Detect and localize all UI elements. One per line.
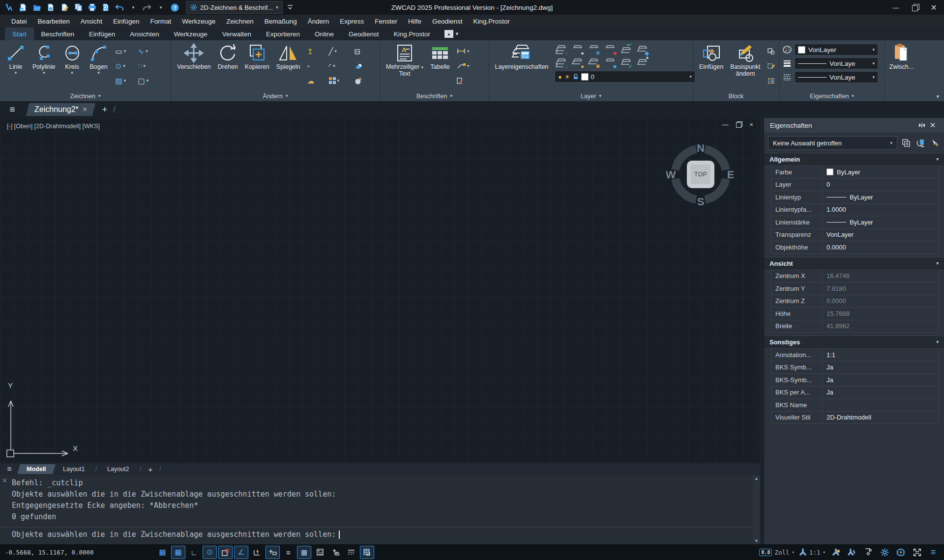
prop-row-linientypfaktor[interactable]: Linientypfa... 1.0000 xyxy=(771,204,939,217)
panel-label-layer[interactable]: Layer▾ xyxy=(489,91,693,101)
redo-dropdown[interactable]: ▾ xyxy=(154,1,167,14)
spline-tool[interactable]: ∿▾ xyxy=(137,45,159,57)
ribbon-tab-ansichten[interactable]: Ansichten xyxy=(122,28,166,40)
define-attribute-tool[interactable] xyxy=(766,45,781,57)
ribbon-tab-exportieren[interactable]: Exportieren xyxy=(259,28,307,40)
align-tool[interactable]: ⊟ xyxy=(353,45,373,57)
new-file-button[interactable] xyxy=(17,1,30,14)
grid-toggle[interactable]: ▦ xyxy=(171,546,185,559)
cycle-select-toggle[interactable] xyxy=(328,546,343,559)
panel-label-block[interactable]: Block xyxy=(693,91,779,101)
layer-move-icon[interactable]: ◆ xyxy=(636,44,649,55)
transparency-toggle[interactable]: ▩ xyxy=(297,546,311,559)
close-button[interactable]: ✕ xyxy=(931,3,937,12)
hatch-tool[interactable]: ▨▾ xyxy=(114,75,137,86)
lineweight-dropdown[interactable]: VonLaye ▾ xyxy=(795,57,878,69)
menu-bearbeiten[interactable]: Bearbeiten xyxy=(32,16,75,27)
move-button[interactable]: Verschieben xyxy=(174,43,214,71)
menu-express[interactable]: Express xyxy=(334,16,369,27)
unit-selector[interactable]: 0.0 Zoll ▾ xyxy=(759,549,795,556)
layer-properties-button[interactable]: Layereigenschaften xyxy=(492,43,552,71)
dimension-tool[interactable]: ▾ xyxy=(455,45,481,57)
ribbon-tab-einfuegen[interactable]: Einfügen xyxy=(82,28,122,40)
ribbon-tab-king-prostor[interactable]: King.Prostor xyxy=(386,28,438,40)
quick-access-more-button[interactable] xyxy=(284,1,296,14)
command-close-icon[interactable]: ✕ xyxy=(2,477,7,484)
ribbon-tab-verwalten[interactable]: Verwalten xyxy=(215,28,259,40)
save-as-button[interactable] xyxy=(58,1,71,14)
lineweight-toggle[interactable]: ≡ xyxy=(281,546,295,559)
prop-row-linientyp[interactable]: Linientyp ByLayer xyxy=(771,191,939,204)
ribbon-tab-geodienst[interactable]: Geodienst xyxy=(341,28,386,40)
fillet-tool[interactable]: ◜▾ xyxy=(327,60,353,72)
layer-unlock-icon[interactable]: ■ xyxy=(603,57,616,68)
annotation-scale-selector[interactable]: 1:1 ▾ xyxy=(799,548,826,556)
dynamic-input-toggle[interactable] xyxy=(266,546,280,559)
panel-close-icon[interactable]: ✕ xyxy=(927,120,938,131)
linetype-dropdown[interactable]: VonLaye ▾ xyxy=(795,71,878,83)
circle-button[interactable]: Kreis▾ xyxy=(59,43,86,76)
otrack-toggle[interactable]: ∠ xyxy=(234,546,248,559)
prop-row-linienstaerke[interactable]: Linienstärke ByLayer xyxy=(771,216,939,229)
copy-object-button[interactable]: Kopieren xyxy=(241,43,273,71)
ducs-toggle[interactable] xyxy=(250,546,264,559)
arc-button[interactable]: Bogen▾ xyxy=(86,43,112,76)
layer-merge-icon[interactable]: ● xyxy=(636,57,649,68)
ribbon-tab-online[interactable]: Online xyxy=(307,28,341,40)
layer-freeze-icon[interactable]: ☀ xyxy=(587,44,600,55)
annotation-monitor-toggle[interactable] xyxy=(360,546,374,559)
viewport-minimize-button[interactable]: — xyxy=(722,121,728,128)
layer-thaw-icon[interactable]: ☀ xyxy=(587,57,600,68)
menu-aendern[interactable]: Ändern xyxy=(302,16,335,27)
menu-format[interactable]: Format xyxy=(145,16,177,27)
annotation-extra-tool[interactable] xyxy=(455,75,481,86)
mtext-button[interactable]: A Mehrzeiliger ▾Text xyxy=(383,43,427,78)
ribbon-collapse-button[interactable]: ▼ xyxy=(455,31,459,36)
prop-row-objekthoehe[interactable]: Objekthöhe 0.0000 xyxy=(771,241,939,254)
layout-menu-icon[interactable]: ≡ xyxy=(0,465,19,474)
drawing-canvas[interactable]: [-] [Oben] [2D-Drahtmodell] [WKS] — × N … xyxy=(0,118,760,463)
ribbon-pin-button[interactable]: ▲ xyxy=(444,30,453,38)
new-layout-button[interactable]: + xyxy=(144,465,158,474)
prop-row-bks-symb1[interactable]: BKS Symb... Ja xyxy=(771,362,939,374)
undo-dropdown[interactable]: ▾ xyxy=(127,1,140,14)
quick-copy-properties-icon[interactable] xyxy=(901,138,912,148)
panel-switch-caret[interactable]: ▾ xyxy=(936,94,939,99)
menu-king-prostor[interactable]: King.Prostor xyxy=(468,16,515,27)
command-line-panel[interactable]: ✕ Befehl: _cutclipObjekte auswählen die … xyxy=(0,475,760,544)
layer-off-icon[interactable]: ● xyxy=(571,44,584,55)
prop-row-bks-symb2[interactable]: BKS-Symb... Ja xyxy=(771,374,939,387)
trim-tool[interactable]: ╱▾ xyxy=(327,45,353,57)
panel-label-beschriften[interactable]: Beschriften▾ xyxy=(380,91,489,101)
scroll-down-icon[interactable]: ▼ xyxy=(754,538,759,543)
workspace-selector[interactable]: 2D-Zeichnen & Beschrif... ▾ xyxy=(186,1,283,14)
layer-match-icon[interactable]: ✓ xyxy=(620,57,632,68)
copy-button[interactable] xyxy=(72,1,85,14)
menu-einfuegen[interactable]: Einfügen xyxy=(108,16,145,27)
section-ansicht[interactable]: Ansicht▾ xyxy=(764,257,944,270)
prop-row-visueller-stil[interactable]: Visueller Stil 2D-Drahtmodell xyxy=(771,412,939,424)
panel-autohide-icon[interactable] xyxy=(916,120,927,131)
insert-block-button[interactable]: Einfügen xyxy=(696,43,727,71)
linetype-display-toggle[interactable] xyxy=(344,546,358,559)
layout-tab-modell[interactable]: Modell xyxy=(17,464,55,474)
ribbon-tab-werkzeuge[interactable]: Werkzeuge xyxy=(167,28,215,40)
prop-row-bks-per-a[interactable]: BKS per A... Ja xyxy=(771,387,939,399)
auto-annotation-scale-icon[interactable] xyxy=(846,546,858,558)
revision-cloud-tool[interactable]: ☁ xyxy=(306,75,327,86)
mirror-button[interactable]: Spiegeln xyxy=(273,43,304,71)
section-sonstiges[interactable]: Sonstiges▾ xyxy=(764,336,944,349)
quick-properties-toggle[interactable] xyxy=(313,546,327,559)
osnap-toggle[interactable] xyxy=(218,546,233,559)
rotate-button[interactable]: Drehen xyxy=(214,43,241,71)
document-menu-icon[interactable]: ≡ xyxy=(4,104,21,115)
stretch-tool[interactable]: ↥ xyxy=(306,45,327,57)
menu-werkzeuge[interactable]: Werkzeuge xyxy=(177,16,221,27)
edit-block-tool[interactable] xyxy=(766,60,781,72)
hardware-acceleration-icon[interactable] xyxy=(895,546,907,558)
array-tool[interactable]: ▾ xyxy=(327,75,353,86)
table-button[interactable]: Tabelle xyxy=(427,43,453,71)
scale-tool[interactable]: ▫ xyxy=(306,60,327,72)
polyline-button[interactable]: Polylinie▾ xyxy=(29,43,59,76)
donut-tool[interactable]: ⊙▾ xyxy=(114,60,137,72)
